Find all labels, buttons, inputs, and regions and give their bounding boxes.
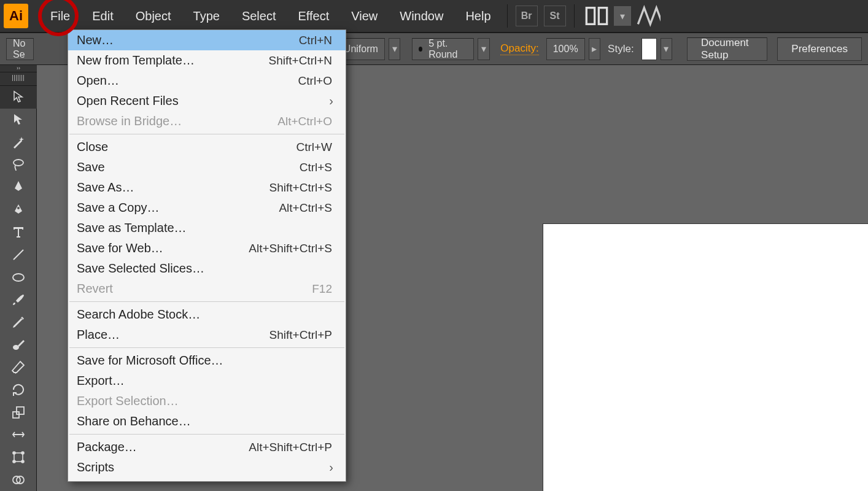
menu-view[interactable]: View [340,3,389,29]
scale-tool[interactable] [0,401,37,423]
preferences-button[interactable]: Preferences [777,37,862,61]
stroke-profile-dropdown[interactable]: ▾ [389,38,400,60]
menu-item-save-selected-slices[interactable]: Save Selected Slices… [68,258,346,279]
lasso-tool[interactable] [0,153,37,176]
menu-file[interactable]: File [39,3,81,29]
menu-item-label: Search Adobe Stock… [77,307,200,322]
menu-item-label: Save As… [77,180,134,195]
document-setup-button[interactable]: Document Setup [687,37,767,61]
menu-item-revert: RevertF12 [68,279,346,299]
menu-item-label: Save as Template… [77,221,187,235]
svg-rect-8 [17,407,24,414]
paintbrush-tool[interactable] [0,288,37,311]
menu-item-label: Close [77,140,108,154]
menu-help[interactable]: Help [454,3,502,29]
menu-effect[interactable]: Effect [287,3,340,29]
menu-item-shortcut: Ctrl+N [299,34,332,47]
menu-item-export-selection: Export Selection… [68,391,346,411]
menu-item-label: Package… [77,440,137,454]
menu-item-new-from-template[interactable]: New from Template…Shift+Ctrl+N [68,50,346,71]
bridge-button[interactable]: Br [516,6,538,26]
graphic-style-swatch[interactable] [641,38,657,60]
menu-item-label: New from Template… [77,53,195,68]
brush-dropdown[interactable]: ▾ [478,38,489,60]
stock-button[interactable]: St [544,6,566,26]
expand-panel-icon[interactable]: ›› [0,65,37,72]
type-tool[interactable] [0,221,37,244]
blob-brush-tool[interactable] [0,333,37,356]
menu-item-label: Export… [77,374,125,388]
menu-item-shortcut: Shift+Ctrl+P [269,328,332,342]
menu-separator [69,301,344,302]
toolbox [0,86,37,491]
menu-item-export[interactable]: Export… [68,371,346,391]
menu-item-label: Scripts [77,460,114,474]
toolbox-drag-handle[interactable] [0,72,37,86]
svg-line-4 [14,250,23,260]
menu-item-save-as[interactable]: Save As…Shift+Ctrl+S [68,177,346,198]
artboard[interactable] [543,223,868,491]
menu-separator [69,134,344,134]
svg-point-10 [13,452,15,454]
menu-item-open[interactable]: Open…Ctrl+O [68,71,346,91]
menu-edit[interactable]: Edit [81,3,124,29]
menu-item-open-recent-files[interactable]: Open Recent Files [68,91,346,111]
menu-item-browse-in-bridge: Browse in Bridge…Alt+Ctrl+O [68,111,346,131]
stroke-profile[interactable]: Uniform [342,38,385,60]
menu-type[interactable]: Type [182,3,231,29]
menu-item-shortcut: Ctrl+W [296,141,332,154]
menu-object[interactable]: Object [125,3,182,29]
menubar: Ai File Edit Object Type Select Effect V… [0,0,868,33]
menu-item-shortcut: Ctrl+S [300,161,332,174]
menu-item-new[interactable]: New…Ctrl+N [68,30,346,50]
brush-definition[interactable]: 5 pt. Round [412,38,474,60]
pen-tool[interactable] [0,176,37,199]
file-menu-dropdown: New…Ctrl+NNew from Template…Shift+Ctrl+N… [68,29,346,482]
menu-item-shortcut: Alt+Shift+Ctrl+S [249,242,332,255]
menu-item-package[interactable]: Package…Alt+Shift+Ctrl+P [68,437,346,457]
menu-item-save-a-copy[interactable]: Save a Copy…Alt+Ctrl+S [68,198,346,218]
shape-builder-tool[interactable] [0,468,37,491]
menu-item-shortcut: Shift+Ctrl+N [269,54,332,68]
rectangle-tool[interactable] [0,266,37,288]
menu-item-search-adobe-stock[interactable]: Search Adobe Stock… [68,304,346,325]
menu-item-label: Save [77,160,105,174]
line-segment-tool[interactable] [0,244,37,266]
magic-wand-tool[interactable] [0,131,37,153]
opacity-dropdown[interactable]: ▸ [589,38,600,60]
direct-selection-tool[interactable] [0,109,37,131]
menu-item-save-as-template[interactable]: Save as Template… [68,218,346,238]
arrange-dropdown[interactable]: ▾ [614,6,631,26]
rotate-tool[interactable] [0,379,37,401]
menu-item-scripts[interactable]: Scripts [68,457,346,477]
menu-item-save-for-web[interactable]: Save for Web…Alt+Shift+Ctrl+S [68,238,346,258]
gpu-preview-icon[interactable] [636,5,661,27]
menu-window[interactable]: Window [389,3,454,29]
menu-item-place[interactable]: Place…Shift+Ctrl+P [68,325,346,345]
menu-item-close[interactable]: CloseCtrl+W [68,137,346,157]
menu-item-shortcut: Alt+Shift+Ctrl+P [249,441,332,454]
menu-item-save-for-microsoft-office[interactable]: Save for Microsoft Office… [68,350,346,371]
menu-item-label: Open… [77,74,119,88]
selection-tool[interactable] [0,86,37,109]
menu-item-share-on-behance[interactable]: Share on Behance… [68,411,346,431]
menu-item-shortcut: Alt+Ctrl+S [279,201,332,215]
brush-label: 5 pt. Round [428,38,467,60]
curvature-tool[interactable] [0,198,37,221]
svg-point-5 [13,274,24,281]
menu-item-label: Share on Behance… [77,414,191,428]
separator [507,4,508,28]
menu-item-label: Save for Web… [77,241,163,255]
style-dropdown[interactable]: ▾ [661,38,672,60]
arrange-documents-icon[interactable] [584,5,609,27]
menu-item-save[interactable]: SaveCtrl+S [68,157,346,177]
opacity-label: Opacity: [500,42,538,55]
opacity-input[interactable]: 100% [546,38,585,60]
width-tool[interactable] [0,423,37,446]
svg-point-3 [17,207,20,209]
pencil-tool[interactable] [0,311,37,334]
menu-item-label: Save a Copy… [77,201,160,215]
free-transform-tool[interactable] [0,446,37,469]
menu-select[interactable]: Select [231,3,287,29]
eraser-tool[interactable] [0,356,37,379]
